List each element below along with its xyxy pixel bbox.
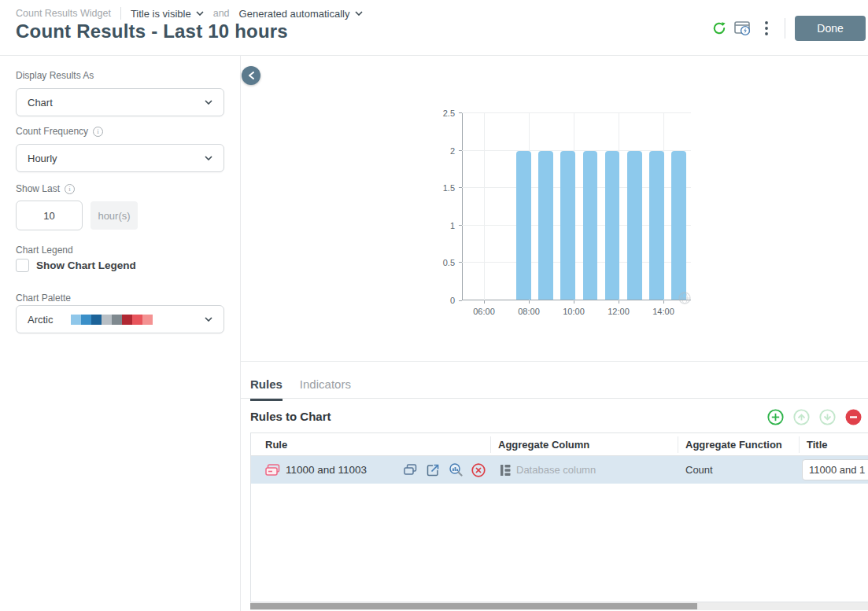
x-axis-tick (663, 300, 664, 304)
y-axis-label: 1 (450, 221, 455, 230)
minus-circle-icon (845, 409, 862, 425)
more-options-button[interactable] (755, 17, 778, 40)
show-last-unit: hour(s) (90, 201, 138, 230)
bar[interactable] (583, 151, 598, 300)
show-last-input[interactable] (16, 201, 83, 230)
open-rule-button[interactable] (425, 462, 441, 478)
bar[interactable] (671, 151, 686, 300)
widget-script-icon (733, 20, 752, 37)
y-axis-tick (459, 225, 462, 226)
v-gridline (484, 113, 485, 300)
rules-table-header: Rule Aggregate Column Aggregate Function… (251, 433, 868, 456)
chart-palette-value: Arctic (28, 314, 54, 326)
move-rule-down-button-disabled[interactable] (818, 408, 836, 425)
x-axis-label: 06:00 (473, 307, 495, 316)
info-icon[interactable]: i (93, 127, 103, 137)
h-gridline (462, 112, 691, 113)
refresh-button[interactable] (707, 17, 731, 40)
display-results-label: Display Results As (16, 70, 94, 81)
y-axis-tick (459, 187, 462, 188)
count-frequency-value: Hourly (28, 153, 57, 164)
bar[interactable] (605, 151, 620, 300)
results-chart: 00.511.522.506:0008:0010:0012:0014:00 (241, 56, 868, 361)
bar[interactable] (538, 151, 553, 300)
show-chart-legend-toggle[interactable]: Show Chart Legend (16, 259, 136, 272)
checkbox-unchecked[interactable] (16, 259, 29, 272)
count-frequency-select[interactable]: Hourly (16, 144, 224, 172)
settings-sidebar: Display Results As Chart Count Frequency… (0, 55, 240, 611)
rule-name: 11000 and 11003 (286, 464, 367, 476)
palette-swatch (81, 315, 91, 325)
palette-swatch (132, 315, 142, 325)
info-icon[interactable]: i (65, 184, 75, 194)
y-axis-label: 1.5 (443, 183, 455, 193)
column-separator (490, 436, 491, 453)
title-mode-label: Generated automatically (239, 8, 350, 20)
x-circle-icon (471, 463, 486, 477)
plus-circle-icon (767, 409, 784, 425)
display-results-value: Chart (28, 97, 53, 109)
done-button[interactable]: Done (795, 16, 866, 41)
widget-script-button[interactable] (731, 17, 755, 40)
database-column-icon (500, 464, 511, 477)
bar[interactable] (649, 151, 664, 300)
rule-title-input[interactable] (802, 459, 868, 480)
scrollbar-thumb[interactable] (250, 603, 697, 609)
bar[interactable] (560, 151, 575, 300)
count-frequency-label: Count Frequency i (16, 126, 103, 137)
palette-swatch (102, 315, 112, 325)
y-axis-label: 2 (450, 146, 455, 156)
y-axis-tick (459, 262, 462, 263)
palette-swatch (112, 315, 122, 325)
breadcrumb-widget-name: Count Results Widget (16, 8, 111, 19)
column-separator (799, 436, 800, 453)
column-header-title: Title (807, 433, 828, 456)
x-axis-label: 14:00 (652, 307, 674, 316)
arrow-down-circle-icon (819, 409, 836, 425)
palette-swatch (91, 315, 102, 325)
y-axis-label: 0.5 (443, 258, 455, 267)
external-link-icon (427, 464, 439, 477)
move-rule-up-button-disabled[interactable] (792, 408, 810, 425)
rule-row-selected[interactable]: 11000 and 11003 (251, 456, 868, 484)
rules-table: Rule Aggregate Column Aggregate Function… (250, 432, 868, 602)
chevron-down-icon (355, 11, 363, 16)
duplicate-rule-button[interactable] (402, 462, 418, 478)
palette-swatch (142, 315, 153, 325)
remove-rule-button[interactable] (844, 408, 862, 425)
chart-palette-select[interactable]: Arctic (16, 305, 224, 333)
chart-legend-label: Chart Legend (16, 245, 73, 256)
y-axis-tick (459, 300, 462, 301)
y-axis-label: 2.5 (443, 109, 455, 118)
breadcrumb: Count Results Widget Title is visible an… (16, 6, 363, 20)
display-results-select[interactable]: Chart (16, 88, 224, 116)
globe-watermark-icon (678, 292, 691, 304)
breadcrumb-separator (120, 7, 121, 20)
preview-rule-results-button[interactable] (448, 462, 464, 478)
chevron-down-icon (196, 11, 204, 16)
title-visibility-dropdown[interactable]: Title is visible (131, 8, 204, 20)
page-title: Count Results - Last 10 hours (16, 20, 288, 42)
header-actions: Done (707, 14, 868, 42)
title-mode-dropdown[interactable]: Generated automatically (239, 8, 363, 20)
x-axis-line (462, 300, 691, 300)
add-rule-button[interactable] (766, 408, 784, 425)
aggregate-column-picker[interactable]: Database column (500, 464, 596, 477)
chevron-down-icon (205, 317, 212, 322)
chevron-down-icon (205, 100, 212, 105)
palette-swatch (71, 315, 81, 325)
x-axis-tick (529, 300, 530, 304)
y-axis-tick (459, 112, 462, 113)
rule-card-icon (265, 464, 280, 476)
widget-editor: Count Results Widget Title is visible an… (0, 0, 868, 611)
bar[interactable] (516, 151, 531, 300)
x-axis-label: 10:00 (563, 307, 585, 316)
horizontal-scrollbar[interactable] (250, 602, 868, 610)
y-axis-tick (459, 150, 462, 151)
rule-row-actions (402, 462, 486, 478)
x-axis-tick (574, 300, 574, 304)
bar[interactable] (627, 151, 642, 300)
delete-rule-button[interactable] (471, 462, 486, 478)
show-last-label: Show Last i (16, 183, 75, 194)
conjunction-label: and (213, 8, 230, 19)
